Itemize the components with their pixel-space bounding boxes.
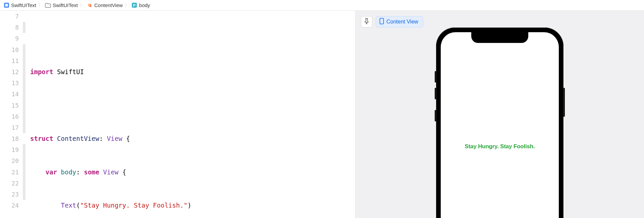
property-icon: P [131,2,138,8]
preview-selector-label: Content View [386,19,418,25]
device-frame: Stay Hungry. Stay Foolish. [436,28,564,218]
breadcrumb: SwiftUIText 〉 SwiftUIText 〉 ContentView … [0,0,644,11]
chevron-right-icon: 〉 [125,2,129,8]
line-number: 16 [0,111,23,122]
svg-rect-1 [5,4,8,7]
line-number: 18 [0,133,23,144]
device-icon [379,18,384,26]
breadcrumb-label: SwiftUIText [53,2,78,8]
code-line: var body: some View { [25,167,355,178]
line-number: 22 [0,178,23,189]
breadcrumb-item-symbol[interactable]: P body [131,2,150,8]
line-number: 9 [0,33,23,44]
line-number: 17 [0,122,23,133]
chevron-right-icon: 〉 [80,2,85,8]
device-notch [471,32,528,43]
folder-icon [45,2,51,8]
line-number: 8 [0,22,23,33]
breadcrumb-label: SwiftUIText [11,2,36,8]
line-number: 13 [0,77,23,89]
pin-preview-button[interactable] [361,16,372,28]
breadcrumb-item-file[interactable]: ContentView [87,2,123,8]
code-line [25,100,355,111]
line-number: 20 [0,155,23,166]
chevron-right-icon: 〉 [38,2,43,8]
code-line [25,33,355,44]
swift-icon [87,2,93,8]
line-number: 10 [0,44,23,55]
preview-selector-button[interactable]: Content View [376,16,423,28]
svg-text:P: P [133,3,136,7]
line-number: 12 [0,66,23,77]
line-number: 11 [0,55,23,66]
device-screen: Stay Hungry. Stay Foolish. [441,32,559,218]
breadcrumb-label: body [139,2,150,8]
code-line: Text("Stay Hungry. Stay Foolish.") [25,200,355,211]
code-editor[interactable]: 7 8 9 10 11 12 13 14 15 16 17 18 19 20 2… [0,11,356,218]
line-number: 19 [0,144,23,155]
code-line: struct ContentView: View { [25,133,355,144]
preview-text-output: Stay Hungry. Stay Foolish. [465,143,535,150]
line-number: 14 [0,89,23,100]
line-number: 21 [0,167,23,178]
preview-toolbar: Content View [361,16,423,28]
breadcrumb-item-project[interactable]: SwiftUIText [3,2,36,8]
breadcrumb-item-group[interactable]: SwiftUIText [45,2,78,8]
line-number-gutter: 7 8 9 10 11 12 13 14 15 16 17 18 19 20 2… [0,11,23,218]
code-line: import SwiftUI [25,66,355,77]
fold-ribbon[interactable] [23,11,25,218]
line-number: 7 [0,11,23,22]
line-number: 24 [0,200,23,211]
pin-icon [364,18,369,25]
svg-rect-4 [380,18,384,24]
breadcrumb-label: ContentView [94,2,123,8]
line-number: 23 [0,189,23,200]
app-icon [3,2,9,8]
preview-canvas[interactable]: Content View Stay Hungry. Stay Foolish. [356,11,644,218]
line-number: 15 [0,100,23,111]
code-area[interactable]: import SwiftUI struct ContentView: View … [25,11,355,218]
main-split: 7 8 9 10 11 12 13 14 15 16 17 18 19 20 2… [0,11,644,218]
